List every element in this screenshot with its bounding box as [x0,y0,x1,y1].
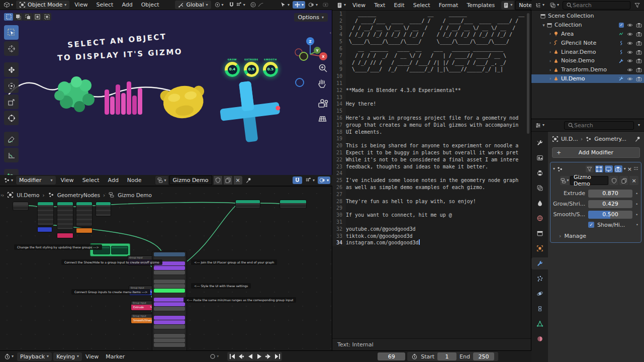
disable-render-toggle[interactable] [636,40,642,46]
text-line[interactable]: 16Here's a work in progress project file… [332,115,531,122]
select-mode-intersect[interactable] [42,13,51,21]
3d-viewport[interactable]: Z Y X [0,10,332,175]
geometry-node[interactable] [37,202,54,226]
geometry-node[interactable] [76,202,93,227]
xray-toggle[interactable] [321,2,330,8]
text-line[interactable]: 27 [332,191,531,198]
text-line[interactable]: 5 \____/\____/\____/\____/ \____/\____/\… [332,38,531,45]
join-geometry-node[interactable] [235,200,260,209]
hide-eye-toggle[interactable] [627,66,633,73]
gizmo-dial-smooth[interactable]: SMOOTH0.5 [263,58,278,77]
text-line[interactable]: 33tiktok.com/@goodgood3d [332,233,531,240]
fake-user-shield-button[interactable] [214,176,222,185]
pan-tool-icon[interactable] [319,80,325,87]
proportional-edit-toggle[interactable] [248,2,265,8]
menu-add[interactable]: Add [105,177,122,184]
properties-tab-view-layer[interactable] [531,182,548,194]
cross-gizmo-object[interactable] [217,78,284,145]
monkey-object[interactable] [159,83,208,121]
show-hide-checkbox[interactable]: ✓ [588,222,594,228]
unlink-button[interactable]: × [234,176,242,185]
outliner-row-scene-collection[interactable]: Scene Collection [531,12,644,21]
animate-dot[interactable]: • [635,212,638,217]
geometry-node[interactable] [57,202,73,230]
outliner-row-linear-demo[interactable]: ›Linear.Demo [531,47,644,56]
copy-datablock-button[interactable] [224,176,232,185]
properties-tab-output[interactable] [531,167,548,179]
measure-tool[interactable] [4,148,19,162]
magenta-bars-object[interactable] [105,81,142,115]
text-line[interactable]: 15 [332,108,531,115]
node-editor-canvas[interactable]: › UI.Demo › GeometryNodes › Gizmo Demo [0,186,332,350]
menu-object[interactable]: Object [138,2,163,8]
expander-icon[interactable]: › [547,40,553,45]
breadcrumb-object[interactable]: UI.Demo [17,192,39,198]
text-line[interactable]: 6 __ ______ ____ __ ___ ______ _________… [332,45,531,52]
menu-view[interactable]: View [71,2,91,8]
expander-icon[interactable]: › [547,58,553,63]
properties-tab-particles[interactable] [531,273,548,285]
animate-dot[interactable]: • [635,202,638,207]
text-line[interactable]: 19 [332,135,531,142]
select-mode-new[interactable] [4,13,13,21]
menu-select[interactable]: Select [93,2,117,8]
node-tree-type-dropdown[interactable]: Modifier▾ [16,176,56,185]
play-reverse-button[interactable] [246,352,254,360]
text-line[interactable]: 4 / /_/ / /_/ / /_/ / /_/ / / /_/ / /_/ … [332,31,531,38]
toggle-on-cage[interactable] [586,165,594,172]
add-modifier-button[interactable]: +Add Modifier [552,147,640,158]
text-line[interactable]: 17group that creates a menu of Dial gizm… [332,122,531,129]
snapping-magnet-toggle[interactable] [293,176,302,184]
keying-menu[interactable]: Keying▾ [53,352,82,361]
previous-keyframe-button[interactable] [237,352,245,360]
text-line[interactable]: 24 [332,170,531,177]
cursor-tool[interactable] [4,41,19,56]
hide-eye-toggle[interactable] [627,40,633,46]
value-node-blue[interactable] [37,227,52,232]
text-line[interactable]: 8 / /_/ // / / ____/ /___/ /| |/ /___ / … [332,59,531,66]
text-editor-type-button[interactable]: ▾ [335,2,347,9]
menu-templates[interactable]: Templates [463,2,498,9]
outliner-row-area[interactable]: ›Area [531,30,644,39]
breadcrumb-nodetree[interactable]: GeometryNodes [57,192,100,198]
zoom-tool-icon[interactable] [320,65,327,72]
gizmo-dial-extrude[interactable]: EXTRUDE0.9 [244,58,259,77]
extrude-input-node[interactable]: Group Input Extrude✎ [131,301,155,311]
ui-placer-group-node[interactable] [152,251,187,350]
pivot-point-dropdown[interactable]: ▾ [213,2,225,8]
text-line[interactable]: 30If you want to connect, hit me up @ [332,212,531,219]
text-datablock-icon[interactable]: ▾ [501,1,514,10]
value-node-crimson[interactable] [57,233,73,238]
outliner-filter-button[interactable] [632,2,642,9]
menu-edit[interactable]: Edit [390,2,408,9]
hide-eye-toggle[interactable] [627,57,633,64]
expander-icon[interactable]: ▾ [541,23,546,28]
text-line[interactable]: 9 \____/___/ /_/ /_____/_/ |_|\____//___… [332,66,531,73]
menu-text[interactable]: Text [371,2,389,9]
modifier-close-button[interactable]: × [627,166,632,172]
select-mode-invert[interactable] [33,13,42,21]
text-line[interactable]: 14Hey there! [332,101,531,108]
menu-view[interactable]: View [349,2,369,9]
jump-to-start-button[interactable] [228,352,236,360]
green-blob-object[interactable] [54,76,95,112]
outliner-editor-type-button[interactable]: ▾ [533,2,546,9]
gizmos-toggle[interactable]: ▾ [293,1,305,9]
expander-icon[interactable]: › [547,49,553,54]
scale-tool[interactable] [4,95,19,109]
node-editor-type-button[interactable]: ▾ [2,177,15,184]
playback-menu[interactable]: Playback▾ [17,352,52,361]
properties-tab-world[interactable] [531,212,548,224]
unlink-button[interactable]: × [629,176,638,185]
menu-marker[interactable]: Marker [102,353,128,360]
disable-render-toggle[interactable] [636,31,642,37]
viewport-editor-type-button[interactable]: ▾ [2,2,15,8]
menu-view[interactable]: View [57,177,77,184]
pin-button[interactable] [244,177,253,184]
properties-tab-render[interactable] [531,152,548,164]
text-line[interactable]: 34instagram.com/goodgood3d [332,239,531,246]
toggle-grid-icon[interactable] [319,117,326,121]
menu-add[interactable]: Add [118,2,136,8]
menu-node[interactable]: Node [124,177,145,184]
group-input-node[interactable] [13,202,29,211]
